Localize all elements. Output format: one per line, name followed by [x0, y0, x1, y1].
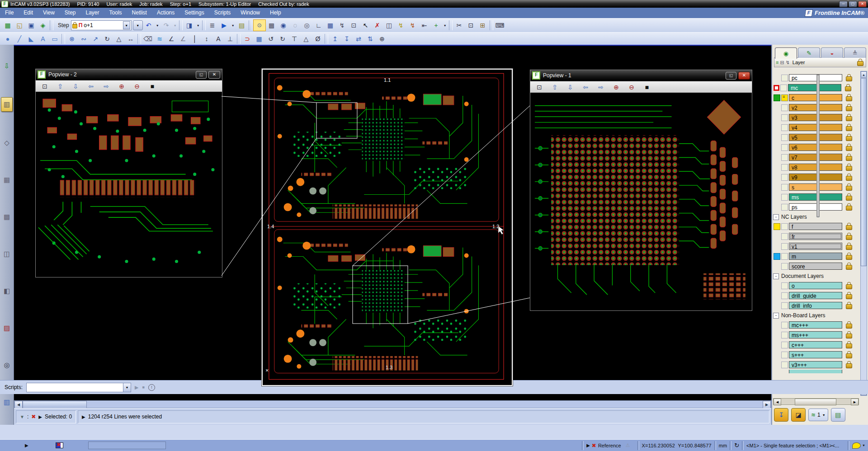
snap-icon[interactable]: ⊕: [376, 33, 388, 44]
layer-display-icon[interactable]: ◨: [184, 20, 195, 31]
tab-edit[interactable]: ✎: [798, 47, 820, 58]
layer-name[interactable]: drill_guide: [789, 292, 842, 299]
panel-step-window[interactable]: [262, 69, 513, 386]
view3d-tool-icon[interactable]: ◫: [1, 248, 13, 260]
lock-icon[interactable]: [846, 284, 852, 289]
menu-item[interactable]: Scripts: [209, 8, 236, 18]
lock-icon[interactable]: [846, 235, 852, 240]
lock-icon[interactable]: [846, 343, 852, 348]
scroll-up-icon[interactable]: ▲: [861, 71, 867, 78]
angle-alt-icon[interactable]: ∠: [177, 33, 189, 44]
layer-name[interactable]: m: [789, 253, 842, 260]
zoom-in-icon[interactable]: ⊕: [116, 81, 127, 92]
flatten-step-icon[interactable]: ⊡: [348, 20, 360, 31]
filter-layers-icon[interactable]: ≡: [776, 60, 778, 65]
save-job-icon[interactable]: ▣: [25, 20, 37, 31]
run-script-icon[interactable]: ▶: [135, 385, 138, 390]
align-down-icon[interactable]: ↧: [341, 33, 353, 44]
lock-icon[interactable]: [846, 126, 852, 131]
measure-xy-icon[interactable]: +: [430, 20, 442, 31]
layer-indicator[interactable]: [774, 184, 780, 190]
layer-name[interactable]: v5: [789, 134, 842, 141]
select-polygon-icon[interactable]: ∟: [313, 20, 325, 31]
lock-icon[interactable]: [846, 353, 852, 358]
layer-name[interactable]: c+++: [789, 341, 842, 348]
combo-arrow-icon[interactable]: ▼: [822, 413, 826, 417]
layer-indicator[interactable]: [774, 194, 780, 200]
flip-board-button[interactable]: ◪: [791, 408, 806, 422]
pan-ref-icon[interactable]: ⊡: [534, 82, 545, 93]
sep[interactable]: [325, 34, 328, 44]
layer-name[interactable]: pc: [789, 74, 842, 81]
layer-indicator[interactable]: [774, 332, 780, 338]
zoom-tool-icon[interactable]: ⊙: [253, 19, 266, 31]
origin-icon[interactable]: ⊥: [224, 33, 236, 44]
resize-feature-icon[interactable]: ↔: [125, 33, 137, 44]
lock-icon[interactable]: [846, 186, 852, 191]
move-up-icon[interactable]: ⇧: [549, 82, 560, 93]
snapshot-icon[interactable]: ■: [147, 81, 158, 92]
panel-tool-icon[interactable]: ▥: [1, 97, 13, 112]
lock-icon[interactable]: [846, 304, 852, 309]
undo-icon[interactable]: ↶: [143, 20, 155, 31]
layer-indicator[interactable]: [774, 125, 780, 131]
layer-checkbox[interactable]: [781, 352, 788, 358]
highlight2-icon[interactable]: ↯: [407, 20, 419, 31]
sep[interactable]: [61, 34, 65, 44]
layers-vscrollbar[interactable]: ▲ ▼: [860, 71, 867, 396]
menu-item[interactable]: Edit: [19, 8, 38, 18]
add-surface-icon[interactable]: ◣: [25, 33, 37, 44]
layer-checkbox[interactable]: [781, 282, 788, 289]
tab-graphic[interactable]: ◉: [775, 47, 797, 59]
drill-tool-button[interactable]: ↧: [774, 408, 788, 422]
close-popview-button[interactable]: ✕: [208, 71, 220, 79]
layer-checkbox[interactable]: [781, 174, 788, 181]
copy-feature-icon[interactable]: ∾: [78, 33, 90, 44]
language-icon[interactable]: ✖: [56, 442, 63, 448]
measure-tool-icon[interactable]: ▥: [1, 396, 13, 408]
panel-matrix-icon[interactable]: ▦: [325, 20, 336, 31]
layer-checkbox[interactable]: [781, 302, 788, 309]
snapshot-icon[interactable]: ■: [642, 82, 652, 93]
layer-name[interactable]: v3: [789, 114, 842, 121]
layer-name[interactable]: s+++: [789, 351, 842, 358]
sep[interactable]: [490, 20, 493, 30]
distribute-h-icon[interactable]: ⇄: [353, 33, 364, 44]
maximize-button[interactable]: ▢: [849, 1, 857, 7]
select-group-icon[interactable]: ◎: [301, 20, 313, 31]
collapse-all-icon[interactable]: ⊟: [780, 60, 784, 66]
layer-name[interactable]: ps: [789, 203, 842, 211]
layer-checkbox[interactable]: [781, 292, 788, 299]
menu-item[interactable]: Settings: [179, 8, 209, 18]
layer-checkbox[interactable]: [781, 263, 788, 270]
flatten-icon[interactable]: ↯: [336, 20, 348, 31]
flip-tool-icon[interactable]: ◧: [1, 285, 13, 297]
layer-name[interactable]: mc+++: [789, 321, 842, 329]
layer-name[interactable]: v3+++: [789, 361, 842, 368]
scroll-left-icon[interactable]: ◀: [774, 399, 781, 405]
move-feature-icon[interactable]: ↗: [90, 33, 101, 44]
move-right-icon[interactable]: ⇨: [101, 81, 112, 92]
zoom-out-icon[interactable]: ⊖: [132, 81, 142, 92]
scroll-right-icon[interactable]: ▶: [851, 399, 859, 405]
fill-grid-icon[interactable]: ▦: [253, 33, 265, 44]
highlight1-icon[interactable]: ↯: [395, 20, 407, 31]
layer-name[interactable]: ms+++: [789, 331, 842, 338]
layer-indicator[interactable]: [774, 253, 780, 260]
lock-icon[interactable]: [846, 245, 852, 250]
paste-icon[interactable]: ⊞: [477, 20, 489, 31]
layer-checkbox[interactable]: [781, 184, 788, 191]
lock-icon[interactable]: [846, 225, 852, 230]
reference-toggle-icon[interactable]: ▶: [586, 443, 590, 448]
add-text-icon[interactable]: A: [37, 33, 49, 44]
step-combo-arrow[interactable]: ▼: [123, 21, 130, 29]
collapse-icon[interactable]: −: [773, 273, 779, 279]
layer-indicator[interactable]: [774, 145, 780, 150]
layer-checkbox[interactable]: [781, 75, 788, 81]
hint-bubble-icon[interactable]: [852, 442, 861, 449]
layer-indicator[interactable]: [774, 115, 780, 121]
layer-indicator[interactable]: [774, 244, 780, 249]
run-icon[interactable]: ▶: [218, 20, 230, 31]
canvas-hscrollbar[interactable]: ◀ ▶: [14, 400, 771, 408]
sep[interactable]: [137, 34, 141, 44]
